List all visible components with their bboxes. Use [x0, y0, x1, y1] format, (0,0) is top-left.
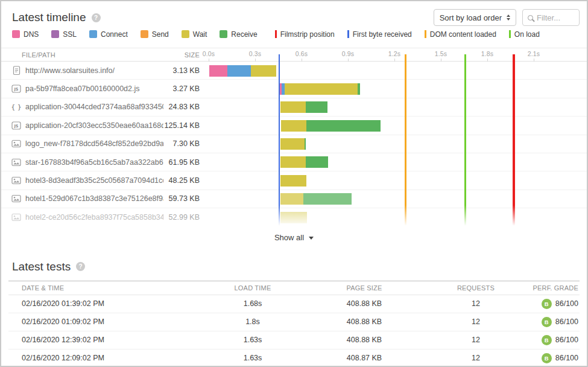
legend-marker-swatch: [275, 30, 277, 38]
sort-dropdown[interactable]: Sort by load order: [434, 9, 516, 26]
filter-input[interactable]: [537, 13, 574, 22]
legend-label: First byte received: [353, 30, 412, 39]
help-icon[interactable]: ?: [76, 262, 85, 271]
segment-receive: [306, 120, 381, 132]
column-size: SIZE: [163, 51, 200, 59]
timeline-row[interactable]: http://www.solarsuites.info/ 3.13 KB: [1, 62, 587, 80]
tests-column-header: PERF. GRADE: [527, 284, 580, 292]
waterfall-bar: [205, 153, 587, 171]
show-all-button[interactable]: Show all: [1, 230, 587, 246]
timeline-row[interactable]: { } application-30044cded7374aa68af93345…: [1, 98, 587, 116]
file-path-cell: JS application-20cf303ecc5350eae60aa168d…: [1, 121, 163, 130]
legend-label: SSL: [63, 30, 77, 39]
test-load-time: 1.63s: [201, 336, 304, 344]
file-name: hotel1-529d067c1b3d8387c3e75126e8f9a73e3…: [25, 194, 163, 203]
pingdom-report-page: Latest timeline ? Sort by load order DNS…: [0, 0, 588, 367]
waterfall-bar: [205, 62, 587, 79]
js-icon: JS: [11, 84, 21, 94]
image-icon: [11, 194, 21, 203]
test-row[interactable]: 02/16/2020 01:39:02 PM 1.68s 408.88 KB 1…: [8, 295, 580, 313]
segment-wait: [281, 120, 306, 132]
test-load-time: 1.63s: [201, 354, 304, 362]
timeline-row[interactable]: logo_new-f78178dcd5648cf852de92bd9ab7c68…: [1, 135, 587, 153]
legend-label: Filmstrip position: [280, 30, 335, 39]
file-size: 3.27 KB: [163, 85, 200, 93]
grade-badge: B: [542, 335, 552, 345]
timeline-title: Latest timeline: [12, 11, 86, 24]
column-file-path: FILE/PATH: [1, 51, 163, 59]
test-row[interactable]: 02/16/2020 12:39:02 PM 1.63s 408.88 KB 1…: [8, 331, 580, 349]
timeline-legend: DNSSSLConnectSendWaitReceiveFilmstrip po…: [1, 25, 587, 38]
tests-table-header: DATE & TIMELOAD TIMEPAGE SIZEREQUESTSPER…: [8, 281, 580, 295]
legend-marker-swatch: [347, 30, 349, 38]
segment-connect: [227, 65, 251, 77]
axis-tick-label: 2.1s: [520, 50, 547, 57]
file-size: 125.14 KB: [163, 121, 200, 130]
image-icon: [11, 139, 21, 148]
sort-dropdown-value: Sort by load order: [440, 13, 502, 22]
timeline-row[interactable]: hotel2-ce20d56c2feba8937f75ca5858b3410c7…: [1, 208, 587, 226]
timeline-row[interactable]: JS pa-5b97ffa8cea07b00160000d2.js 3.27 K…: [1, 80, 587, 98]
file-size: 52.99 KB: [163, 213, 200, 222]
js-icon: JS: [11, 121, 21, 130]
test-datetime: 02/16/2020 12:09:02 PM: [8, 354, 201, 362]
legend-marker-swatch: [425, 30, 426, 38]
test-row[interactable]: 02/16/2020 12:09:02 PM 1.63s 408.87 KB 1…: [8, 349, 580, 367]
test-perf-grade: B 86/100: [527, 353, 580, 363]
grade-score: 86/100: [555, 336, 578, 344]
legend-swatch: [51, 30, 59, 38]
timeline-row[interactable]: hotel1-529d067c1b3d8387c3e75126e8f9a73e3…: [1, 190, 587, 208]
axis-tick-label: 0.6s: [288, 50, 315, 57]
file-size: 7.30 KB: [163, 139, 200, 148]
svg-text:JS: JS: [13, 124, 18, 129]
waterfall-bar: [205, 190, 587, 208]
segment-wait: [280, 193, 303, 205]
filter-box[interactable]: [522, 9, 580, 26]
test-requests: 12: [425, 318, 527, 326]
axis-tick-label: 1.5s: [428, 50, 454, 57]
help-icon[interactable]: ?: [92, 13, 101, 22]
image-icon: [11, 158, 21, 167]
file-size: 3.13 KB: [163, 66, 200, 75]
legend-item: SSL: [51, 30, 77, 39]
timeline-header: Latest timeline ? Sort by load order: [1, 1, 587, 25]
legend-item: DNS: [12, 30, 39, 39]
axis-tick-label: 0.0s: [195, 50, 222, 57]
waterfall-bar: [205, 116, 587, 134]
test-row[interactable]: 02/16/2020 01:09:02 PM 1.8s 408.88 KB 12…: [8, 313, 580, 331]
test-datetime: 02/16/2020 01:09:02 PM: [8, 318, 201, 326]
test-page-size: 408.87 KB: [304, 354, 425, 362]
css-icon: { }: [11, 102, 21, 112]
timeline-row[interactable]: JS application-20cf303ecc5350eae60aa168d…: [1, 116, 587, 135]
legend-label: Receive: [231, 30, 257, 39]
waterfall-bar: [205, 98, 587, 116]
svg-text:{ }: { }: [11, 103, 21, 111]
legend-label: On load: [514, 30, 540, 39]
svg-text:JS: JS: [13, 87, 18, 92]
file-path-cell: star-167883b4f96a5cb16c5ab7aa322ab69af0f…: [1, 158, 163, 167]
legend-label: Connect: [101, 30, 128, 39]
timeline-axis: 0.0s0.3s0.6s0.9s1.2s1.5s1.8s2.1s: [205, 48, 587, 61]
tests-table: DATE & TIMELOAD TIMEPAGE SIZEREQUESTSPER…: [8, 281, 580, 367]
grade-score: 86/100: [555, 354, 578, 362]
segment-wait: [280, 101, 306, 113]
tests-column-header: DATE & TIME: [8, 284, 201, 292]
file-name: application-30044cded7374aa68af9334504e6…: [25, 103, 163, 111]
legend-swatch: [12, 30, 20, 38]
test-page-size: 408.88 KB: [304, 318, 425, 326]
timeline-table: FILE/PATH SIZE 0.0s0.3s0.6s0.9s1.2s1.5s1…: [1, 48, 587, 246]
tests-rows: 02/16/2020 01:39:02 PM 1.68s 408.88 KB 1…: [8, 295, 580, 367]
waterfall-bar: [205, 80, 587, 97]
image-icon: [11, 176, 21, 185]
timeline-row[interactable]: star-167883b4f96a5cb16c5ab7aa322ab69af0f…: [1, 153, 587, 171]
timeline-row[interactable]: hotel3-8d3eadf3b35c25c05687a7094d1ccd0c8…: [1, 171, 587, 190]
file-name: hotel3-8d3eadf3b35c25c05687a7094d1ccd0c8…: [25, 176, 163, 185]
segment-wait: [251, 65, 276, 77]
segment-receive: [306, 101, 327, 113]
legend-marker-item: Filmstrip position: [275, 30, 335, 39]
legend-item: Send: [141, 30, 169, 39]
timeline-table-header: FILE/PATH SIZE 0.0s0.3s0.6s0.9s1.2s1.5s1…: [1, 48, 587, 62]
legend-marker-item: First byte received: [347, 30, 412, 39]
file-size: 61.95 KB: [163, 158, 200, 167]
waterfall-bar: [205, 208, 587, 226]
